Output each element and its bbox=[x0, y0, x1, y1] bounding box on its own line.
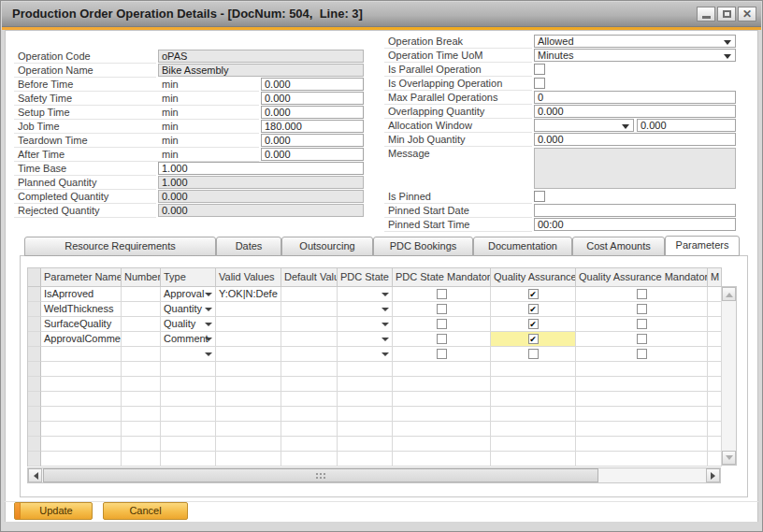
cell-default-value[interactable] bbox=[281, 287, 338, 302]
time-base-field[interactable] bbox=[158, 162, 364, 175]
cell-default-value[interactable] bbox=[281, 332, 338, 347]
cell-pdc-state-dropdown[interactable] bbox=[338, 302, 393, 317]
tab-cost-amounts[interactable]: Cost Amounts bbox=[572, 237, 665, 256]
row-selector[interactable] bbox=[28, 317, 41, 332]
cell-number[interactable] bbox=[122, 347, 161, 362]
max-parallel-operations-field[interactable] bbox=[534, 91, 736, 104]
quality-assurance-checkbox[interactable] bbox=[528, 349, 539, 359]
cell-parameter-name[interactable]: WeldThickness bbox=[41, 302, 122, 317]
is-parallel-operation-label: Is Parallel Operation bbox=[384, 63, 532, 77]
is-overlapping-operation-checkbox[interactable] bbox=[534, 78, 545, 89]
quality-assurance-mandatory-checkbox[interactable] bbox=[637, 319, 647, 329]
horizontal-scroll-thumb[interactable] bbox=[43, 468, 598, 482]
cell-parameter-name[interactable]: ApprovalComment bbox=[41, 332, 122, 347]
before-time-field[interactable] bbox=[261, 78, 364, 91]
safety-time-label: Safety Time bbox=[14, 92, 259, 106]
pdc-state-mandatory-checkbox[interactable] bbox=[437, 289, 447, 299]
scroll-right-button[interactable] bbox=[706, 468, 720, 482]
pinned-start-time-field[interactable] bbox=[534, 218, 736, 231]
quality-assurance-checkbox[interactable]: ✔ bbox=[528, 319, 539, 329]
tab-resource-requirements[interactable]: Resource Requirements bbox=[24, 237, 216, 256]
overlapping-quantity-field[interactable] bbox=[534, 105, 736, 118]
scroll-left-button[interactable] bbox=[28, 468, 42, 482]
minimize-button[interactable] bbox=[697, 7, 715, 22]
pdc-state-mandatory-checkbox[interactable] bbox=[437, 319, 447, 329]
quality-assurance-checkbox[interactable]: ✔ bbox=[528, 289, 539, 299]
cell-pdc-state-dropdown[interactable] bbox=[338, 347, 393, 362]
cell-parameter-name[interactable] bbox=[41, 347, 122, 362]
cell-valid-values[interactable] bbox=[216, 302, 281, 317]
row-selector[interactable] bbox=[28, 332, 41, 347]
quality-assurance-mandatory-checkbox[interactable] bbox=[637, 334, 647, 344]
tab-documentation[interactable]: Documentation bbox=[473, 237, 572, 256]
quality-assurance-mandatory-checkbox[interactable] bbox=[637, 349, 647, 359]
cell-number[interactable] bbox=[122, 287, 161, 302]
cell-valid-values[interactable]: Y:OK|N:Defe bbox=[216, 287, 281, 302]
operation-break-dropdown[interactable]: Allowed bbox=[534, 35, 736, 48]
safety-time-field[interactable] bbox=[261, 92, 364, 105]
tab-outsourcing[interactable]: Outsourcing bbox=[281, 237, 373, 256]
scroll-down-button[interactable] bbox=[722, 451, 736, 465]
operation-name-label: Operation Name bbox=[14, 64, 156, 78]
window-bottom-frame bbox=[2, 522, 761, 530]
allocation-window-field[interactable] bbox=[637, 119, 736, 132]
is-parallel-operation-checkbox[interactable] bbox=[534, 64, 545, 75]
pinned-start-date-field[interactable] bbox=[534, 204, 736, 217]
table-row-empty bbox=[28, 437, 722, 452]
cell-valid-values[interactable] bbox=[216, 347, 281, 362]
row-selector[interactable] bbox=[28, 302, 41, 317]
cell-m[interactable] bbox=[708, 287, 722, 302]
cell-default-value[interactable] bbox=[281, 302, 338, 317]
setup-time-field[interactable] bbox=[261, 106, 364, 119]
job-time-field[interactable] bbox=[261, 120, 364, 133]
quality-assurance-checkbox[interactable]: ✔ bbox=[528, 304, 539, 314]
tab-parameters[interactable]: Parameters bbox=[665, 236, 740, 256]
after-time-field[interactable] bbox=[261, 148, 364, 161]
title-bar[interactable]: Production Order Operation Details - [Do… bbox=[2, 2, 761, 27]
tab-dates[interactable]: Dates bbox=[216, 237, 281, 256]
cell-m[interactable] bbox=[708, 302, 722, 317]
pdc-state-mandatory-checkbox[interactable] bbox=[437, 349, 447, 359]
cell-m[interactable] bbox=[708, 332, 722, 347]
close-button[interactable]: ✕ bbox=[738, 7, 756, 22]
cell-pdc-state-dropdown[interactable] bbox=[338, 287, 393, 302]
update-button[interactable]: Update bbox=[14, 502, 93, 520]
cell-pdc-state-dropdown[interactable] bbox=[338, 332, 393, 347]
cell-m[interactable] bbox=[708, 317, 722, 332]
cell-parameter-name[interactable]: IsAprroved bbox=[41, 287, 122, 302]
pdc-state-mandatory-checkbox[interactable] bbox=[437, 304, 447, 314]
cell-type-dropdown[interactable]: Comment bbox=[161, 332, 216, 347]
cell-default-value[interactable] bbox=[281, 347, 338, 362]
parameters-table: Parameter Name Number Type Valid Values … bbox=[27, 267, 722, 467]
row-selector[interactable] bbox=[28, 347, 41, 362]
cell-number[interactable] bbox=[122, 332, 161, 347]
cancel-button[interactable]: Cancel bbox=[103, 502, 188, 520]
pdc-state-mandatory-checkbox[interactable] bbox=[437, 334, 447, 344]
teardown-time-field[interactable] bbox=[261, 134, 364, 147]
quality-assurance-mandatory-checkbox[interactable] bbox=[637, 289, 647, 299]
safety-time-unit: min bbox=[162, 92, 179, 105]
cell-parameter-name[interactable]: SurfaceQuality bbox=[41, 317, 122, 332]
max-parallel-operations-label: Max Parallel Operations bbox=[384, 91, 532, 105]
cell-type-dropdown[interactable] bbox=[161, 347, 216, 362]
is-pinned-checkbox[interactable] bbox=[534, 191, 545, 202]
tab-pdc-bookings[interactable]: PDC Bookings bbox=[373, 237, 473, 256]
quality-assurance-mandatory-checkbox[interactable] bbox=[637, 304, 647, 314]
scroll-up-button[interactable] bbox=[722, 287, 736, 301]
row-selector[interactable] bbox=[28, 287, 41, 302]
quality-assurance-checkbox[interactable]: ✔ bbox=[528, 334, 539, 344]
cell-valid-values[interactable] bbox=[216, 332, 281, 347]
cell-type-dropdown[interactable]: Quality bbox=[161, 317, 216, 332]
operation-time-uom-dropdown[interactable]: Minutes bbox=[534, 49, 736, 62]
cell-number[interactable] bbox=[122, 302, 161, 317]
allocation-window-dropdown[interactable] bbox=[534, 119, 634, 132]
cell-type-dropdown[interactable]: Approval bbox=[161, 287, 216, 302]
cell-number[interactable] bbox=[122, 317, 161, 332]
cell-default-value[interactable] bbox=[281, 317, 338, 332]
cell-m[interactable] bbox=[708, 347, 722, 362]
cell-valid-values[interactable] bbox=[216, 317, 281, 332]
maximize-button[interactable] bbox=[717, 7, 736, 22]
cell-type-dropdown[interactable]: Quantity bbox=[161, 302, 216, 317]
cell-pdc-state-dropdown[interactable] bbox=[338, 317, 393, 332]
min-job-quantity-field[interactable] bbox=[534, 133, 736, 146]
